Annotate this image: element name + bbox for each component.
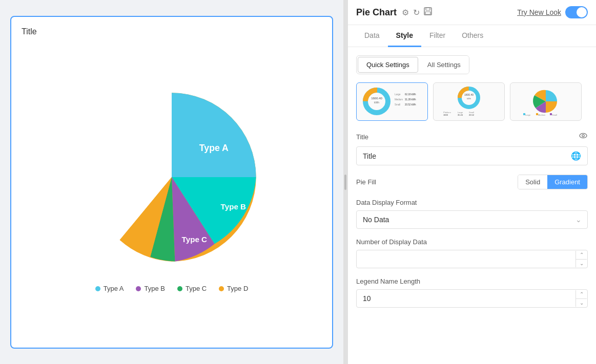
panel-divider: [343, 0, 347, 364]
svg-text:1600.40: 1600.40: [371, 97, 382, 100]
main-tabs: Data Style Filter Others: [348, 25, 596, 47]
settings-panel: Pie Chart ⚙ ↻ Try New Look Data Style Fi…: [347, 0, 596, 364]
pie-fill-row: Pie Fill Solid Gradient: [356, 175, 588, 189]
pie-label-type-b: Type B: [221, 202, 246, 211]
fill-buttons: Solid Gradient: [518, 175, 588, 189]
legend-name-length-label: Legend Name Length: [356, 277, 588, 285]
legend-dot-type-c: [177, 286, 182, 291]
svg-text:kWh: kWh: [374, 101, 379, 104]
svg-text:35.24: 35.24: [458, 114, 463, 116]
legend-name-length-down[interactable]: ⌄: [576, 299, 587, 307]
svg-text:1600.40: 1600.40: [464, 93, 474, 96]
svg-point-31: [582, 135, 584, 137]
fill-btn-gradient[interactable]: Gradient: [547, 175, 587, 189]
legend-item-type-c: Type C: [177, 285, 207, 292]
svg-rect-2: [425, 12, 430, 14]
tab-others[interactable]: Others: [454, 25, 491, 47]
svg-text:Medium: Medium: [395, 98, 403, 101]
title-field-label: Title: [356, 131, 588, 142]
pie-wrapper: Type A Type B Type C Type D Type A Type …: [22, 41, 322, 331]
legend-dot-type-d: [219, 286, 224, 291]
settings-tab-quick[interactable]: Quick Settings: [358, 57, 418, 73]
style-thumb-3: Large Medium Small: [515, 85, 577, 118]
svg-rect-28: [536, 113, 538, 115]
legend-name-length-input-wrapper: ⌃ ⌄: [356, 289, 588, 308]
fill-btn-solid[interactable]: Solid: [518, 175, 547, 189]
svg-text:Large: Large: [525, 114, 531, 116]
panel-title: Pie Chart: [356, 7, 397, 18]
chart-panel: Title Type A Type B Type C Type: [0, 0, 343, 364]
legend-item-type-a: Type A: [95, 285, 124, 292]
data-display-format-select[interactable]: No Data Value Percentage Label+Value Lab…: [356, 210, 588, 229]
chart-display-title: Title: [22, 27, 322, 36]
tab-style[interactable]: Style: [388, 25, 421, 47]
title-input-wrapper: 🌐: [356, 146, 588, 165]
divider-handle: [344, 175, 346, 190]
svg-text:kWh: kWh: [467, 97, 471, 100]
number-display-data-label: Number of Display Data: [356, 238, 588, 246]
number-display-data-spinners: ⌃ ⌄: [576, 251, 587, 267]
svg-text:31.28 kWh: 31.28 kWh: [405, 98, 416, 101]
legend-name-length-row: Legend Name Length ⌃ ⌄: [356, 277, 588, 308]
svg-text:Small: Small: [395, 103, 400, 106]
svg-text:Medium: Medium: [538, 114, 546, 116]
pie-label-type-a: Type A: [199, 143, 229, 153]
try-new-look-label[interactable]: Try New Look: [517, 8, 561, 16]
legend-name-length-spinners: ⌃ ⌄: [576, 290, 587, 307]
chart-container: Title Type A Type B Type C Type: [10, 16, 333, 349]
style-option-2[interactable]: 1600.40 kWh Platform Large Small 1600 35…: [433, 82, 505, 121]
tab-filter[interactable]: Filter: [421, 25, 454, 47]
legend-label-type-c: Type C: [186, 285, 207, 292]
data-display-format-label: Data Display Format: [356, 199, 588, 206]
settings-filter-icon[interactable]: ⚙: [402, 8, 409, 17]
legend-label-type-b: Type B: [144, 285, 165, 292]
settings-tab-all[interactable]: All Settings: [419, 56, 469, 74]
pie-label-type-c: Type C: [182, 235, 208, 244]
svg-text:Large: Large: [395, 93, 401, 96]
style-thumb-1: 1600.40 kWh Large 62.18 kWh Medium 31.28…: [361, 85, 423, 118]
svg-rect-29: [550, 113, 552, 115]
chart-style-options: 1600.40 kWh Large 62.18 kWh Medium 31.28…: [356, 82, 588, 121]
number-display-data-input[interactable]: [356, 250, 588, 268]
style-option-1[interactable]: 1600.40 kWh Large 62.18 kWh Medium 31.28…: [356, 82, 428, 121]
pie-label-type-d: Type D: [116, 187, 150, 199]
svg-text:Small: Small: [552, 114, 557, 116]
number-display-data-up[interactable]: ⌃: [576, 251, 587, 259]
number-display-data-row: Number of Display Data ⌃ ⌄: [356, 238, 588, 268]
pie-segment-type-a: [172, 93, 256, 177]
svg-text:62.18 kWh: 62.18 kWh: [405, 93, 416, 96]
style-thumb-2: 1600.40 kWh Platform Large Small 1600 35…: [438, 85, 500, 118]
title-field-row: Title 🌐: [356, 131, 588, 165]
panel-content: Quick Settings All Settings 1600.40 kWh …: [348, 47, 596, 364]
settings-tabs: Quick Settings All Settings: [356, 55, 469, 74]
tab-data[interactable]: Data: [356, 25, 388, 47]
svg-text:20.52 kWh: 20.52 kWh: [405, 103, 416, 106]
number-display-data-down[interactable]: ⌄: [576, 260, 587, 268]
save-icon[interactable]: [424, 7, 432, 17]
legend-name-length-up[interactable]: ⌃: [576, 290, 587, 298]
legend-label-type-d: Type D: [227, 285, 248, 292]
style-option-3[interactable]: Large Medium Small: [510, 82, 582, 121]
title-input[interactable]: [363, 152, 571, 160]
refresh-icon[interactable]: ↻: [413, 8, 420, 17]
svg-point-30: [580, 134, 587, 138]
number-display-data-input-wrapper: ⌃ ⌄: [356, 250, 588, 268]
pie-chart-svg: Type A Type B Type C Type D: [74, 80, 269, 274]
legend-dot-type-b: [136, 286, 141, 291]
legend-name-length-input[interactable]: [356, 289, 588, 308]
header-icons: ⚙ ↻: [402, 7, 432, 17]
pie-fill-label: Pie Fill: [356, 178, 376, 186]
legend-dot-type-a: [95, 286, 100, 291]
svg-text:1600: 1600: [443, 114, 448, 116]
svg-rect-27: [523, 113, 525, 115]
data-display-format-row: Data Display Format No Data Value Percen…: [356, 199, 588, 229]
legend-item-type-b: Type B: [136, 285, 165, 292]
panel-header: Pie Chart ⚙ ↻ Try New Look: [348, 0, 596, 25]
globe-icon[interactable]: 🌐: [571, 151, 581, 161]
try-new-look-toggle[interactable]: [565, 6, 588, 18]
svg-text:20.52: 20.52: [469, 114, 475, 116]
data-display-format-select-wrapper: No Data Value Percentage Label+Value Lab…: [356, 210, 588, 229]
legend-label-type-a: Type A: [104, 285, 124, 292]
chart-legend: Type A Type B Type C Type D: [95, 285, 249, 292]
title-eye-icon[interactable]: [579, 131, 588, 142]
